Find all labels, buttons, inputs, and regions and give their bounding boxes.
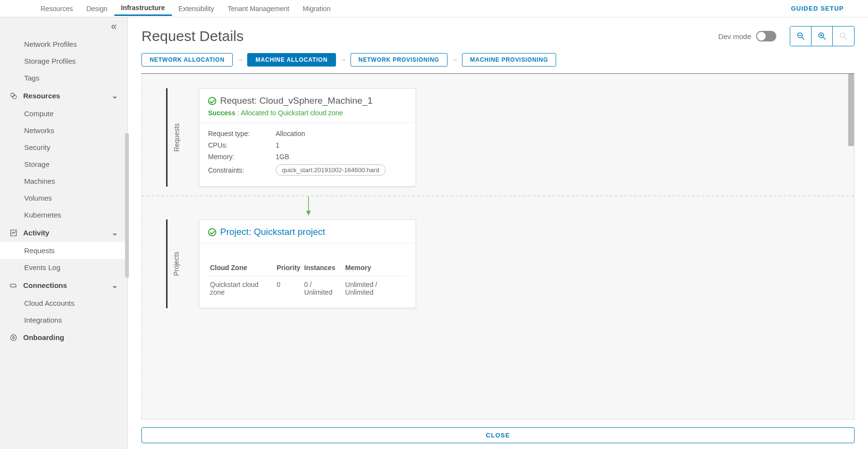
kv-key: Constraints:: [208, 166, 276, 174]
sidebar-list: Network Profiles Storage Profiles Tags R…: [0, 36, 127, 449]
step-network-provisioning[interactable]: NETWORK PROVISIONING: [350, 53, 448, 67]
guided-setup-link[interactable]: GUIDED SETUP: [791, 5, 844, 12]
top-nav: Resources Design Infrastructure Extensib…: [0, 0, 868, 17]
kv-key: Request type:: [208, 130, 276, 137]
sidebar-item-integrations[interactable]: Integrations: [0, 312, 127, 328]
cell-priority: 0: [275, 276, 302, 301]
tab-resources[interactable]: Resources: [34, 2, 80, 15]
project-table: Cloud Zone Priority Instances Memory Qui…: [208, 260, 407, 301]
flow-canvas[interactable]: Requests Request: Cloud_vSphere_Machine_…: [141, 73, 854, 420]
onboard-icon: [10, 334, 18, 341]
zoom-out-button[interactable]: [790, 27, 812, 46]
success-icon: [208, 228, 216, 236]
cell-instances: 0 / Unlimited: [302, 276, 343, 301]
request-card[interactable]: Request: Cloud_vSphere_Machine_1 Success…: [199, 88, 416, 187]
sidebar-item-storage-profiles[interactable]: Storage Profiles: [0, 53, 127, 69]
tab-tenant-management[interactable]: Tenant Management: [221, 2, 296, 15]
sidebar-group-label: Connections: [23, 281, 112, 289]
arrow-icon: →: [450, 56, 459, 64]
sidebar-group-label: Activity: [23, 229, 112, 237]
chevron-down-icon: ⌄: [112, 228, 118, 237]
sidebar-group-label: Onboarding: [23, 333, 118, 341]
tab-extensibility[interactable]: Extensibility: [172, 2, 221, 15]
dev-mode-label: Dev mode: [718, 32, 751, 41]
col-priority: Priority: [275, 260, 302, 276]
sidebar-item-compute[interactable]: Compute: [0, 105, 127, 122]
tab-infrastructure[interactable]: Infrastructure: [114, 1, 172, 16]
constraint-tag: quick_start:20191002-164600:hard: [276, 164, 386, 176]
status-message: : Allocated to Quickstart cloud zone: [238, 109, 343, 117]
sidebar-item-networks[interactable]: Networks: [0, 122, 127, 139]
svg-line-13: [844, 37, 847, 40]
cell-memory: Unlimited / Unlimited: [343, 276, 407, 301]
sidebar-item-events-log[interactable]: Events Log: [0, 259, 127, 276]
sidebar-item-storage[interactable]: Storage: [0, 156, 127, 173]
sidebar-scrollbar[interactable]: [125, 133, 129, 278]
connector-arrow: [200, 196, 417, 216]
sidebar-group-onboarding[interactable]: Onboarding: [0, 328, 127, 346]
sidebar-group-connections[interactable]: Connections ⌄: [0, 276, 127, 295]
sidebar-item-machines[interactable]: Machines: [0, 173, 127, 190]
svg-marker-15: [306, 211, 311, 216]
col-memory: Memory: [343, 260, 407, 276]
kv-value: Allocation: [276, 130, 305, 137]
sidebar-item-security[interactable]: Security: [0, 139, 127, 156]
success-icon: [208, 97, 216, 105]
sidebar-item-volumes[interactable]: Volumes: [0, 190, 127, 206]
page-title: Request Details: [141, 28, 718, 44]
cell-zone: Quickstart cloud zone: [208, 276, 275, 301]
zoom-in-button[interactable]: [812, 27, 833, 46]
chevron-down-icon: ⌄: [112, 91, 118, 100]
project-card[interactable]: Project: Quickstart project Cloud Zone P…: [199, 219, 416, 308]
svg-point-3: [11, 335, 16, 340]
sidebar-item-tags[interactable]: Tags: [0, 69, 127, 86]
tab-migration[interactable]: Migration: [296, 2, 337, 15]
status-label: Success: [208, 109, 236, 117]
sidebar: « Network Profiles Storage Profiles Tags…: [0, 17, 128, 449]
sidebar-item-requests[interactable]: Requests: [0, 242, 127, 259]
sidebar-item-network-profiles[interactable]: Network Profiles: [0, 36, 127, 53]
step-row: NETWORK ALLOCATION → MACHINE ALLOCATION …: [141, 53, 854, 67]
kv-key: CPUs:: [208, 141, 276, 149]
svg-point-12: [840, 33, 845, 38]
close-button[interactable]: CLOSE: [141, 427, 854, 443]
zoom-reset-button[interactable]: [833, 27, 854, 46]
svg-line-9: [823, 37, 826, 40]
sidebar-group-label: Resources: [23, 92, 112, 100]
sidebar-group-resources[interactable]: Resources ⌄: [0, 86, 127, 105]
arrow-icon: →: [339, 56, 348, 64]
tab-design[interactable]: Design: [80, 2, 114, 15]
lane-label: Projects: [166, 219, 185, 308]
cloud-icon: [10, 282, 18, 289]
col-cloud-zone: Cloud Zone: [208, 260, 275, 276]
arrow-icon: →: [236, 56, 244, 64]
svg-line-6: [802, 37, 804, 40]
dev-mode-toggle[interactable]: [756, 31, 776, 41]
step-network-allocation[interactable]: NETWORK ALLOCATION: [141, 53, 233, 67]
svg-point-4: [13, 337, 14, 339]
canvas-scrollbar[interactable]: [848, 74, 854, 146]
kv-value: 1GB: [276, 153, 289, 161]
sidebar-collapse-button[interactable]: «: [0, 17, 127, 36]
step-machine-allocation[interactable]: MACHINE ALLOCATION: [247, 53, 336, 67]
lane-label: Requests: [166, 88, 185, 187]
zoom-icon: [839, 32, 848, 41]
table-row: Quickstart cloud zone 0 0 / Unlimited Un…: [208, 276, 407, 301]
request-card-title: Request: Cloud_vSphere_Machine_1: [220, 95, 373, 106]
kv-value: 1: [276, 141, 280, 149]
sidebar-item-cloud-accounts[interactable]: Cloud Accounts: [0, 295, 127, 312]
resources-icon: [10, 92, 18, 100]
zoom-out-icon: [797, 32, 805, 41]
lane-requests: Requests Request: Cloud_vSphere_Machine_…: [166, 88, 830, 187]
project-card-title[interactable]: Project: Quickstart project: [220, 227, 325, 237]
sidebar-group-activity[interactable]: Activity ⌄: [0, 223, 127, 242]
step-machine-provisioning[interactable]: MACHINE PROVISIONING: [462, 53, 556, 67]
kv-key: Memory:: [208, 153, 276, 161]
main-content: Request Details Dev mode NETWORK ALLOCAT…: [128, 17, 868, 449]
col-instances: Instances: [302, 260, 343, 276]
zoom-in-icon: [818, 32, 826, 41]
lane-projects: Projects Project: Quickstart project: [166, 219, 830, 308]
chevron-down-icon: ⌄: [112, 281, 118, 290]
activity-icon: [10, 229, 18, 237]
sidebar-item-kubernetes[interactable]: Kubernetes: [0, 206, 127, 223]
